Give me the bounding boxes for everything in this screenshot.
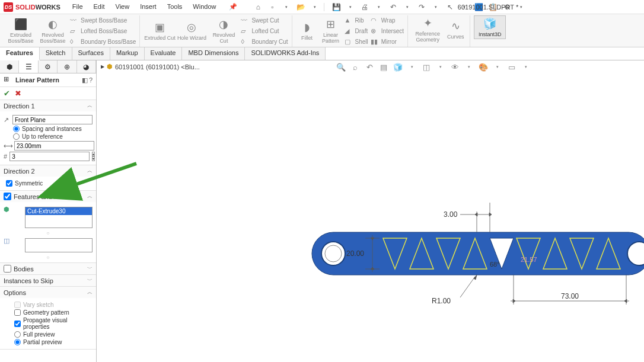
lofted-boss-button[interactable]: ▱Lofted Boss/Base xyxy=(69,26,137,36)
boundary-cut-button[interactable]: ◊Boundary Cut xyxy=(240,37,289,46)
expand-tree-icon[interactable]: ▶ xyxy=(101,64,104,69)
tab-addins[interactable]: SOLIDWORKS Add-Ins xyxy=(245,47,326,60)
previous-view-icon[interactable]: ↶ xyxy=(364,62,375,72)
part-rendering: 3.00 20.00 68° 21.57 R1.00 xyxy=(294,179,644,333)
options-header[interactable]: Options ︿ xyxy=(0,287,96,298)
propagate-checkbox[interactable]: Propagate visual properties xyxy=(14,317,93,330)
instances-icon: # xyxy=(4,153,7,160)
section-view-icon[interactable]: ▤ xyxy=(378,62,389,72)
tab-sketch[interactable]: Sketch xyxy=(40,47,72,60)
edit-appearance-icon[interactable]: 🎨 xyxy=(478,62,489,72)
tab-markup[interactable]: Markup xyxy=(110,47,145,60)
apply-scene-icon[interactable]: ▭ xyxy=(506,62,517,72)
symmetric-checkbox[interactable]: Symmetric xyxy=(6,180,93,187)
chevron-up-icon: ︿ xyxy=(87,193,93,200)
zoom-fit-icon[interactable]: 🔍 xyxy=(336,62,346,72)
pm-pin-icon[interactable]: ◧ xyxy=(82,76,88,84)
feature-tree-flyout[interactable]: ▶ ⬢ 60191001 (60191001) <Blu... xyxy=(101,63,200,71)
rib-button[interactable]: ▲Rib xyxy=(343,15,369,25)
fillet-button[interactable]: ◗Fillet xyxy=(296,15,318,46)
swept-cut-button[interactable]: 〰Swept Cut xyxy=(240,15,289,25)
chevron-up-icon: ︿ xyxy=(87,289,93,296)
pm-help-icon[interactable]: ? xyxy=(89,76,93,84)
tab-evaluate[interactable]: Evaluate xyxy=(145,47,183,60)
dim-radius: R1.00 xyxy=(432,297,451,305)
lofted-cut-button[interactable]: ▱Lofted Cut xyxy=(240,26,289,36)
pm-ok-cancel-bar: ✔ ✖ xyxy=(0,87,96,100)
features-listbox[interactable]: Cut-Extrude30 xyxy=(25,207,93,228)
hole-wizard-button[interactable]: ◎Hole Wizard xyxy=(176,15,208,46)
wrap-button[interactable]: ◠Wrap xyxy=(369,15,405,25)
revolved-boss-button[interactable]: ◐Revolved Boss/Base xyxy=(37,15,69,46)
extruded-boss-button[interactable]: ⬛Extruded Boss/Base xyxy=(5,15,37,46)
svg-line-10 xyxy=(460,277,475,297)
display-manager-tab[interactable]: ◕ xyxy=(77,60,96,73)
direction1-reference-input[interactable] xyxy=(12,115,93,124)
ribbon: ⬛Extruded Boss/Base ◐Revolved Boss/Base … xyxy=(0,14,644,47)
cancel-button[interactable]: ✖ xyxy=(15,89,21,98)
bodies-header[interactable]: Bodies ﹀ xyxy=(0,263,96,274)
tab-features[interactable]: Features xyxy=(0,47,40,60)
view-orientation-icon[interactable]: 🧊 xyxy=(393,62,403,72)
draft-button[interactable]: ◢Draft xyxy=(343,26,369,36)
zoom-area-icon[interactable]: ⌕ xyxy=(350,62,361,72)
dim-aux: 21.57 xyxy=(521,256,537,263)
linear-pattern-icon: ⊞ xyxy=(4,75,13,85)
intersect-button[interactable]: ⊗Intersect xyxy=(369,26,405,36)
configuration-manager-tab[interactable]: ⚙ xyxy=(39,60,58,73)
full-preview-radio[interactable]: Full preview xyxy=(14,331,93,338)
instances-skip-header[interactable]: Instances to Skip ﹀ xyxy=(0,275,96,286)
faces-listbox[interactable] xyxy=(25,238,93,252)
hide-show-icon[interactable]: 👁 xyxy=(449,62,460,72)
boundary-boss-button[interactable]: ◊Boundary Boss/Base xyxy=(69,37,137,46)
graphics-viewport[interactable]: 🔍 ⌕ ↶ ▤ 🧊 ▾ ◫ ▾ 👁 ▾ 🎨 ▾ ▭ ▾ xyxy=(97,60,644,362)
curves-button[interactable]: ∿Curves xyxy=(444,15,467,44)
reverse-direction-icon[interactable]: ↗ xyxy=(4,116,10,124)
display-style-icon[interactable]: ◫ xyxy=(421,62,432,72)
spacing-instances-radio[interactable]: Spacing and instances xyxy=(13,126,93,132)
command-manager-tabs: Features Sketch Surfaces Markup Evaluate… xyxy=(0,47,644,60)
features-icon: ⬢ xyxy=(4,206,12,213)
spacing-input[interactable] xyxy=(14,141,94,150)
linear-pattern-button[interactable]: ⊞Linear Pattern xyxy=(318,15,343,46)
tab-surfaces[interactable]: Surfaces xyxy=(72,47,110,60)
vary-sketch-checkbox: Vary sketch xyxy=(14,302,93,308)
dim-angle: 68° xyxy=(490,261,500,268)
extruded-cut-button[interactable]: ▣Extruded Cut xyxy=(144,15,176,46)
spacing-icon: ⟷ xyxy=(4,142,12,150)
property-manager-tab[interactable]: ☰ xyxy=(19,60,38,73)
shell-button[interactable]: ▢Shell xyxy=(343,37,369,46)
swept-boss-button[interactable]: 〰Swept Boss/Base xyxy=(69,15,137,25)
dim-pitch: 73.00 xyxy=(561,292,579,300)
up-to-reference-radio[interactable]: Up to reference xyxy=(13,133,93,140)
tab-mbd[interactable]: MBD Dimensions xyxy=(182,47,245,60)
instances-input[interactable] xyxy=(9,152,90,161)
property-manager-panel: ⬢ ☰ ⚙ ⊕ ◕ ⊞ Linear Pattern ◧ ? ✔ ✖ Direc… xyxy=(0,60,97,362)
pm-title-bar: ⊞ Linear Pattern ◧ ? xyxy=(0,73,96,87)
dim-height: 20.00 xyxy=(346,249,364,258)
reference-geometry-button[interactable]: ✦Reference Geometry xyxy=(412,15,444,44)
part-icon: ⬢ xyxy=(107,63,113,71)
features-faces-header[interactable]: Features and Faces ︿ xyxy=(0,191,96,202)
direction2-header[interactable]: Direction 2 ︿ xyxy=(0,165,96,177)
selected-feature-item[interactable]: Cut-Extrude30 xyxy=(25,207,92,215)
dimxpert-tab[interactable]: ⊕ xyxy=(58,60,76,73)
instances-spinner[interactable]: ▴▾ xyxy=(92,152,95,161)
feature-manager-tab[interactable]: ⬢ xyxy=(0,60,19,73)
bodies-enable-checkbox[interactable] xyxy=(4,265,11,273)
partial-preview-radio[interactable]: Partial preview xyxy=(14,339,93,345)
chevron-down-icon: ﹀ xyxy=(87,265,93,273)
heads-up-view-toolbar: 🔍 ⌕ ↶ ▤ 🧊 ▾ ◫ ▾ 👁 ▾ 🎨 ▾ ▭ ▾ xyxy=(336,62,531,72)
chevron-up-icon: ︿ xyxy=(87,167,93,175)
features-faces-enable-checkbox[interactable] xyxy=(4,193,11,200)
pm-title: Linear Pattern xyxy=(15,76,81,84)
ok-button[interactable]: ✔ xyxy=(4,89,10,98)
instant3d-button[interactable]: 🧊Instant3D xyxy=(474,15,506,39)
geometry-pattern-checkbox[interactable]: Geometry pattern xyxy=(14,309,93,316)
document-title: 60191001.SLDPRT * xyxy=(458,4,518,11)
tree-root-name: 60191001 (60191001) <Blu... xyxy=(115,63,200,71)
mirror-button[interactable]: ▮▮Mirror xyxy=(369,37,405,46)
chevron-down-icon: ﹀ xyxy=(87,277,93,284)
direction1-header[interactable]: Direction 1 ︿ xyxy=(0,100,96,111)
revolved-cut-button[interactable]: ◑Revolved Cut xyxy=(208,15,240,46)
